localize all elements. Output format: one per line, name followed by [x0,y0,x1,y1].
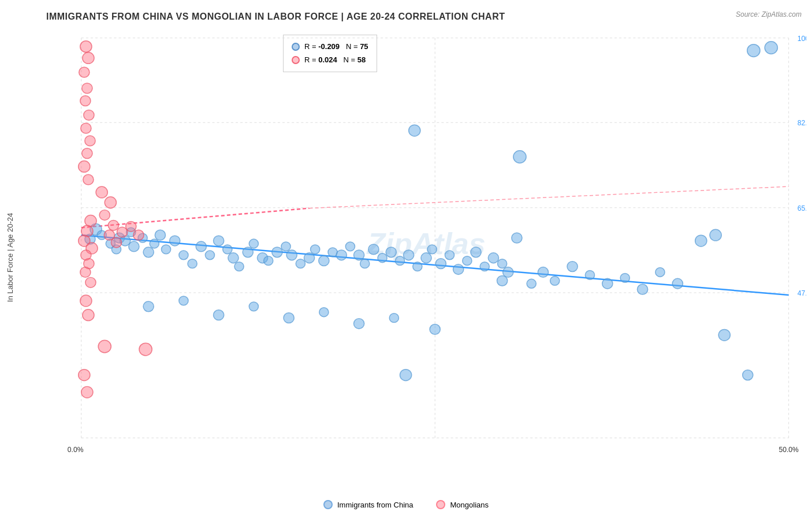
pink-dot [79,161,90,173]
y-axis-label: In Labor Force | Age 20-24 [6,213,14,302]
legend-item-pink: Mongolians [436,500,489,509]
blue-dot [480,262,489,271]
pink-dot [80,96,91,106]
pink-dot [98,340,111,353]
blue-dot [143,247,154,258]
blue-dot [765,42,777,54]
blue-dot [386,247,396,258]
blue-dot [453,264,464,275]
legend-label-pink: Mongolians [450,501,489,509]
blue-dot [188,259,197,268]
blue-dot [445,251,454,260]
pink-dot [81,123,91,133]
y-tick-65: 65.0% [798,204,806,212]
blue-dot [360,259,370,268]
blue-dot [488,253,498,263]
blue-dot [228,253,239,263]
pink-dot [83,174,94,185]
blue-dot [430,324,440,335]
pink-dot [133,230,144,240]
pink-dot [85,215,96,227]
blue-dot [637,284,647,294]
blue-dot [413,262,422,271]
blue-dot [311,245,320,254]
chart-svg: 100.0% 82.5% 65.0% 47.5% 0.0% 50.0% [46,27,806,461]
blue-dot [378,253,387,263]
blue-dot [129,241,139,252]
blue-dot [249,239,258,248]
blue-dot [655,268,665,277]
blue-dot [427,245,437,254]
pink-dot [83,309,94,321]
blue-dot [150,239,159,248]
legend-container: Immigrants from China Mongolians [323,500,489,509]
blue-dot [179,296,188,305]
blue-dot [319,256,329,266]
blue-dot [286,250,297,260]
blue-dot [538,267,548,278]
blue-dot [463,256,472,266]
blue-dot [409,125,420,136]
pink-dot [96,186,107,198]
blue-dot [249,302,258,311]
blue-dot [421,253,431,263]
legend-label-blue: Immigrants from China [337,501,413,509]
blue-dot [567,262,578,272]
blue-dot [368,244,379,255]
blue-dot [389,314,398,323]
blue-dot [497,275,507,286]
blue-dot [179,251,188,260]
pink-dot [81,386,93,398]
y-tick-47: 47.5% [798,289,806,297]
blue-dot [223,245,232,254]
blue-dot [710,229,721,241]
blue-dot [234,262,244,271]
blue-dot [214,310,224,320]
pink-dot [126,221,136,232]
pink-dot [85,136,95,146]
blue-dot [498,259,507,268]
pink-dot [139,343,152,356]
blue-dot [281,242,290,251]
trend-line-pink-ext [310,186,789,208]
pink-dot [83,53,94,64]
pink-dot [82,148,92,159]
blue-dot [747,44,760,57]
blue-dot [512,233,522,243]
blue-dot [353,250,364,260]
pink-dot [80,41,92,53]
blue-dot [695,235,707,247]
pink-dot [82,83,92,94]
x-tick-0: 0.0% [68,446,84,454]
blue-dot [296,259,305,268]
blue-dot [404,250,414,260]
blue-dot [196,241,206,252]
pink-dot [85,277,96,288]
blue-dot [205,251,214,260]
blue-dot [672,278,683,289]
blue-dot [155,230,165,240]
blue-dot [585,271,594,280]
blue-dot [550,276,560,285]
pink-dot [105,197,116,208]
blue-dot [264,256,273,266]
blue-dot [319,308,329,317]
blue-dot [602,278,613,289]
y-tick-100: 100.0% [798,35,806,43]
blue-dot [336,250,347,260]
pink-dot [80,295,92,307]
pink-dot [111,237,121,248]
blue-dot [143,301,154,312]
x-tick-50: 50.0% [779,446,799,454]
legend-item-blue: Immigrants from China [323,500,413,509]
blue-dot [284,313,294,323]
pink-dot [99,210,110,221]
legend-circle-pink [436,500,445,509]
blue-dot [170,236,180,246]
blue-dot [272,247,282,258]
pink-dot [80,267,91,278]
blue-dot [527,279,536,288]
blue-dot [345,242,355,251]
blue-dot [243,247,253,258]
chart-title: IMMIGRANTS FROM CHINA VS MONGOLIAN IN LA… [46,12,806,22]
